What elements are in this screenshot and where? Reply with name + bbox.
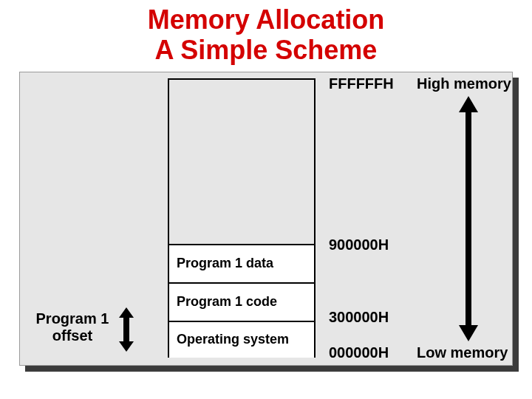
segment-label: Program 1 code <box>177 294 277 310</box>
offset-line2: offset <box>52 327 92 344</box>
diagram-panel: Program 1 data Program 1 code Operating … <box>19 72 513 366</box>
address-300000: 300000H <box>329 309 389 326</box>
offset-arrow-icon <box>119 307 134 352</box>
segment-program1-code: Program 1 code <box>169 282 314 321</box>
title-line1: Memory Allocation <box>148 4 385 35</box>
segment-operating-system: Operating system <box>169 321 314 358</box>
label-low-memory: Low memory <box>417 344 508 361</box>
label-high-memory: High memory <box>417 75 511 92</box>
panel-body: Program 1 data Program 1 code Operating … <box>19 72 513 366</box>
memory-range-arrow-icon <box>459 96 478 341</box>
address-ffffff: FFFFFFH <box>329 75 394 92</box>
title-line2: A Simple Scheme <box>155 35 378 65</box>
segment-label: Operating system <box>177 332 289 347</box>
address-900000: 900000H <box>329 236 389 253</box>
offset-line1: Program 1 <box>36 310 109 327</box>
segment-label: Program 1 data <box>177 256 273 271</box>
slide-title: Memory Allocation A Simple Scheme <box>0 0 532 66</box>
address-000000: 000000H <box>329 344 389 361</box>
memory-column: Program 1 data Program 1 code Operating … <box>168 78 316 358</box>
segment-program1-data: Program 1 data <box>169 244 314 282</box>
label-program1-offset: Program 1 offset <box>32 310 113 344</box>
